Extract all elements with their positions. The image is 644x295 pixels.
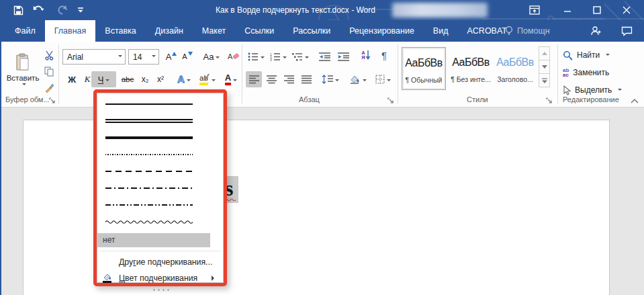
subscript-button[interactable]: x₂	[138, 71, 152, 87]
decrease-indent-icon	[319, 52, 330, 61]
submenu-arrow-icon	[212, 276, 217, 281]
underline-color-icon	[102, 273, 112, 283]
shrink-font-button[interactable]: А	[179, 48, 195, 65]
styles-dialog-launcher-icon[interactable]	[545, 97, 553, 104]
text-highlight-button[interactable]: ab	[196, 71, 219, 87]
text-effects-button[interactable]: А	[173, 71, 195, 87]
align-right-icon	[284, 75, 294, 84]
underline-option-dashed[interactable]	[97, 163, 223, 179]
close-button[interactable]	[615, 0, 638, 20]
eraser-icon: A	[228, 52, 240, 62]
borders-button[interactable]	[371, 71, 394, 87]
change-case-button[interactable]: Aa	[199, 48, 224, 65]
save-icon[interactable]	[13, 3, 24, 17]
find-button[interactable]: Найти	[563, 48, 610, 62]
customize-qat-button[interactable]	[77, 3, 84, 17]
format-painter-button[interactable]	[42, 79, 56, 95]
tab-view[interactable]: Вид	[424, 20, 458, 42]
undo-button[interactable]	[33, 3, 48, 17]
underline-option-dash-dot-dot[interactable]	[97, 196, 223, 213]
strikethrough-button[interactable]: abc	[118, 71, 137, 87]
comment-icon[interactable]	[616, 20, 637, 42]
tab-layout[interactable]: Макет	[193, 20, 235, 42]
minimize-button[interactable]	[556, 0, 579, 20]
underline-option-dotted[interactable]	[97, 146, 223, 163]
clipboard-dialog-launcher-icon[interactable]	[48, 97, 56, 104]
ribbon-display-options-button[interactable]	[523, 0, 546, 20]
tab-references[interactable]: Ссылки	[235, 20, 283, 42]
group-divider	[58, 44, 59, 103]
font-family-value: Arial	[67, 52, 83, 62]
underline-option-single[interactable]	[97, 95, 223, 112]
redo-button[interactable]	[57, 3, 68, 17]
tab-mailings[interactable]: Рассылки	[283, 20, 340, 42]
tab-file[interactable]: Файл	[5, 20, 45, 42]
tab-review[interactable]: Рецензирование	[340, 20, 424, 42]
font-size-combobox[interactable]: 14	[128, 49, 159, 65]
underline-option-dash-dot[interactable]	[97, 179, 223, 196]
increase-indent-button[interactable]	[334, 48, 352, 65]
style-no-spacing[interactable]: АаБбВв ¶ Без инте...	[449, 47, 493, 90]
underline-option-thick[interactable]	[97, 129, 223, 146]
bullets-button[interactable]	[246, 48, 266, 65]
window-title: Как в Ворде подчеркнуть текст.docx - Wor…	[161, 0, 430, 20]
tell-me-helper[interactable]: Помощн	[505, 20, 550, 42]
tab-home[interactable]: Главная	[45, 20, 96, 42]
justify-icon	[302, 75, 312, 84]
increase-indent-icon	[338, 52, 349, 61]
helper-label: Помощн	[517, 26, 550, 36]
align-right-button[interactable]	[281, 71, 297, 87]
replace-button[interactable]: ab ac Заменить	[563, 65, 609, 80]
copy-button[interactable]	[42, 63, 56, 79]
underline-option-double[interactable]	[97, 112, 223, 129]
style-heading[interactable]: АаБбВв Заголово...	[494, 47, 536, 90]
underline-button[interactable]: Ч	[91, 71, 116, 87]
group-divider	[557, 44, 558, 103]
svg-text:A: A	[228, 52, 233, 60]
styles-gallery-more-button[interactable]	[539, 73, 550, 87]
underline-color-menu-item[interactable]: Цвет подчеркивания	[97, 270, 223, 286]
align-left-icon	[249, 75, 259, 84]
sort-button[interactable]: А Я	[357, 47, 375, 63]
grow-font-button[interactable]: А	[163, 48, 179, 65]
show-formatting-marks-button[interactable]: ¶	[376, 47, 392, 63]
clear-formatting-button[interactable]: A	[226, 48, 242, 65]
align-center-button[interactable]	[263, 71, 279, 87]
numbered-list-icon: 123	[270, 52, 281, 61]
line-spacing-button[interactable]	[320, 71, 341, 87]
underline-option-none[interactable]: нет	[97, 233, 210, 247]
font-family-caret	[118, 55, 122, 59]
collapse-ribbon-icon[interactable]	[630, 97, 639, 105]
align-left-button[interactable]	[246, 71, 262, 87]
paste-label: Вставить	[7, 74, 40, 82]
tab-insert[interactable]: Вставка	[95, 20, 145, 42]
paste-button[interactable]: Вставить	[5, 46, 40, 94]
paint-bucket-icon	[349, 75, 361, 84]
superscript-button[interactable]: x²	[153, 71, 168, 87]
cut-button[interactable]	[42, 47, 56, 63]
numbering-button[interactable]: 123	[268, 48, 288, 65]
svg-text:3: 3	[270, 58, 272, 61]
style-normal[interactable]: АаБбВв ¶ Обычный	[402, 47, 446, 90]
font-color-button[interactable]: А	[220, 71, 242, 87]
maximize-button[interactable]	[586, 0, 608, 20]
multilevel-list-button[interactable]	[290, 48, 310, 65]
styles-scroll-up-button[interactable]	[539, 46, 550, 60]
underline-style-menu: нет Другие подчеркивания... Цвет подчерк…	[93, 89, 227, 286]
styles-scroll-down-button[interactable]	[539, 60, 550, 74]
group-divider	[242, 44, 242, 103]
decrease-indent-button[interactable]	[316, 48, 333, 65]
share-person-icon[interactable]	[586, 20, 606, 42]
search-icon	[563, 50, 573, 60]
bold-button[interactable]: Ж	[64, 71, 79, 87]
shading-button[interactable]	[347, 71, 369, 87]
tab-design[interactable]: Дизайн	[146, 20, 193, 42]
font-family-combobox[interactable]: Arial	[62, 49, 126, 65]
copy-icon	[44, 67, 54, 77]
menu-resize-grip[interactable]	[152, 288, 169, 292]
more-underlines-menu-item[interactable]: Другие подчеркивания...	[97, 254, 223, 270]
underline-option-wavy[interactable]	[97, 213, 223, 230]
justify-button[interactable]	[298, 71, 314, 87]
paragraph-dialog-launcher-icon[interactable]	[387, 97, 394, 104]
replace-icon: ab ac	[563, 68, 569, 78]
